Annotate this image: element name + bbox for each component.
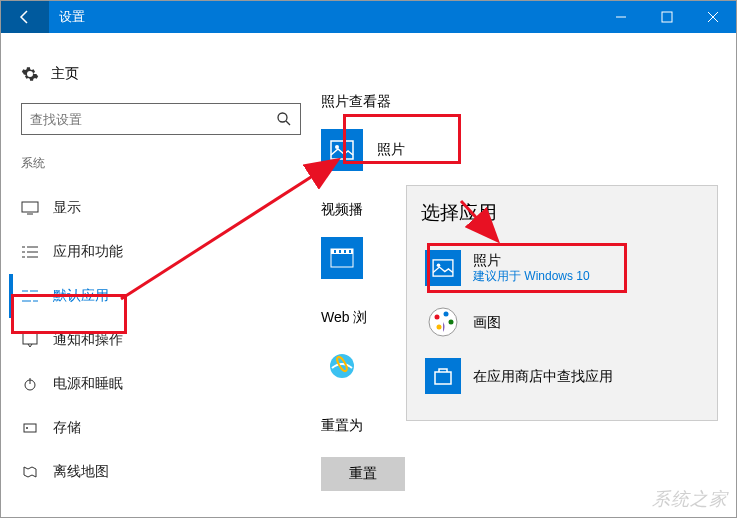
map-icon	[21, 463, 39, 481]
svg-rect-18	[23, 333, 37, 344]
svg-rect-1	[662, 12, 672, 22]
photos-icon	[321, 129, 363, 171]
store-icon	[425, 358, 461, 394]
watermark: 系统之家	[652, 487, 728, 511]
home-label: 主页	[51, 65, 79, 83]
sidebar-item-label: 显示	[53, 199, 81, 217]
search-box[interactable]	[21, 103, 301, 135]
sidebar-item-label: 电源和睡眠	[53, 375, 123, 393]
photo-app-label: 照片	[377, 141, 405, 159]
list-icon	[21, 243, 39, 261]
popup-item-label: 画图	[473, 313, 501, 331]
app-picker-popup: 选择应用 照片 建议用于 Windows 10 画图 在应用商店中查找应用	[406, 185, 718, 421]
sidebar-item-display[interactable]: 显示	[15, 186, 301, 230]
svg-rect-29	[344, 250, 346, 253]
popup-title: 选择应用	[421, 200, 703, 226]
maximize-button[interactable]	[644, 1, 690, 33]
gear-icon	[21, 65, 39, 83]
paint-icon	[425, 304, 461, 340]
back-button[interactable]	[1, 1, 49, 33]
defaults-icon	[21, 287, 39, 305]
group-label: 系统	[21, 155, 301, 172]
photos-icon	[425, 250, 461, 286]
svg-rect-23	[331, 141, 353, 159]
svg-rect-33	[433, 260, 453, 276]
popup-item-sub: 建议用于 Windows 10	[473, 269, 590, 285]
sidebar-item-label: 离线地图	[53, 463, 109, 481]
sidebar-item-label: 通知和操作	[53, 331, 123, 349]
sidebar-item-power[interactable]: 电源和睡眠	[15, 362, 301, 406]
svg-point-22	[26, 427, 28, 429]
svg-point-36	[435, 315, 440, 320]
section-photo-viewer: 照片查看器	[321, 93, 736, 111]
sidebar-item-storage[interactable]: 存储	[15, 406, 301, 450]
popup-item-label: 照片	[473, 251, 590, 269]
sidebar-item-label: 默认应用	[53, 287, 109, 305]
sidebar-item-label: 存储	[53, 419, 81, 437]
minimize-button[interactable]	[598, 1, 644, 33]
sidebar-item-maps[interactable]: 离线地图	[15, 450, 301, 494]
ie-icon	[321, 345, 363, 387]
svg-line-3	[286, 121, 290, 125]
sidebar-item-label: 应用和功能	[53, 243, 123, 261]
popup-item-paint[interactable]: 画图	[421, 298, 703, 346]
svg-rect-27	[334, 250, 336, 253]
popup-item-store[interactable]: 在应用商店中查找应用	[421, 352, 703, 400]
search-input[interactable]	[30, 112, 276, 127]
power-icon	[21, 375, 39, 393]
storage-icon	[21, 419, 39, 437]
display-icon	[21, 199, 39, 217]
home-link[interactable]: 主页	[21, 65, 301, 83]
reset-button[interactable]: 重置	[321, 457, 405, 491]
search-icon	[276, 111, 292, 127]
titlebar: 设置	[1, 1, 736, 33]
svg-rect-30	[349, 250, 351, 253]
video-icon	[321, 237, 363, 279]
svg-point-38	[449, 320, 454, 325]
svg-point-2	[278, 113, 287, 122]
close-button[interactable]	[690, 1, 736, 33]
svg-point-37	[444, 312, 449, 317]
svg-rect-21	[24, 424, 36, 432]
svg-point-39	[437, 325, 442, 330]
sidebar: 主页 系统 显示 应用和功能 默认应用 通知和操作 电源和睡眠	[1, 33, 321, 517]
sidebar-item-apps[interactable]: 应用和功能	[15, 230, 301, 274]
popup-item-photos[interactable]: 照片 建议用于 Windows 10	[421, 244, 703, 292]
sidebar-item-notifications[interactable]: 通知和操作	[15, 318, 301, 362]
svg-rect-4	[22, 202, 38, 212]
popup-item-label: 在应用商店中查找应用	[473, 367, 613, 385]
sidebar-item-default-apps[interactable]: 默认应用	[9, 274, 301, 318]
svg-rect-28	[339, 250, 341, 253]
notification-icon	[21, 331, 39, 349]
window-title: 设置	[49, 8, 598, 26]
photo-app-tile[interactable]: 照片	[321, 125, 736, 175]
